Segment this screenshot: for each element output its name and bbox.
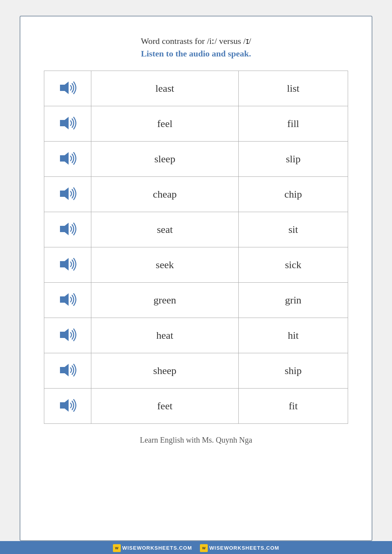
wm-logo-right: W [200, 544, 208, 552]
header: Word contrasts for /iː/ versus /ɪ/ Liste… [141, 36, 251, 59]
svg-marker-3 [60, 187, 69, 200]
short-word-2: slip [238, 142, 348, 177]
long-word-3: cheap [91, 177, 239, 212]
short-word-7: hit [238, 318, 348, 353]
svg-marker-0 [60, 82, 69, 94]
speaker-icon-4[interactable] [58, 220, 78, 239]
long-word-6: green [91, 283, 239, 318]
speaker-icon-2[interactable] [58, 150, 78, 169]
long-word-2: sleep [91, 142, 239, 177]
svg-marker-2 [60, 152, 69, 165]
svg-marker-7 [60, 329, 69, 341]
wm-logo-left: W [113, 544, 121, 552]
header-subtitle: Listen to the audio and speak. [141, 49, 251, 59]
long-word-4: seat [91, 212, 239, 247]
long-word-7: heat [91, 318, 239, 353]
short-word-3: chip [238, 177, 348, 212]
short-word-0: list [238, 71, 348, 106]
icon-cell-1[interactable] [44, 106, 91, 142]
icon-cell-4[interactable] [44, 212, 91, 247]
icon-cell-0[interactable] [44, 71, 91, 106]
speaker-icon-6[interactable] [58, 291, 78, 310]
short-word-6: grin [238, 283, 348, 318]
speaker-icon-3[interactable] [58, 185, 78, 204]
long-word-0: least [91, 71, 239, 106]
footer-text: Learn English with Ms. Quynh Nga [140, 436, 252, 445]
long-word-8: sheep [91, 353, 239, 389]
icon-cell-7[interactable] [44, 318, 91, 353]
short-word-1: fill [238, 106, 348, 142]
svg-marker-5 [60, 258, 69, 271]
svg-marker-1 [60, 117, 69, 129]
header-title: Word contrasts for /iː/ versus /ɪ/ [141, 36, 251, 46]
speaker-icon-1[interactable] [58, 114, 78, 133]
short-word-9: fit [238, 389, 348, 424]
speaker-icon-0[interactable] [58, 79, 78, 98]
speaker-icon-8[interactable] [58, 361, 78, 380]
icon-cell-6[interactable] [44, 283, 91, 318]
icon-cell-9[interactable] [44, 389, 91, 424]
short-word-8: ship [238, 353, 348, 389]
svg-marker-4 [60, 223, 69, 235]
speaker-icon-9[interactable] [58, 397, 78, 416]
icon-cell-8[interactable] [44, 353, 91, 389]
speaker-icon-5[interactable] [58, 256, 78, 274]
long-word-5: seek [91, 247, 239, 283]
short-word-4: sit [238, 212, 348, 247]
short-word-5: sick [238, 247, 348, 283]
watermark-bar: W WISEWORKSHEETS.COM W WISEWORKSHEETS.CO… [0, 541, 392, 554]
icon-cell-3[interactable] [44, 177, 91, 212]
watermark-left: WISEWORKSHEETS.COM [122, 545, 192, 551]
speaker-icon-7[interactable] [58, 326, 78, 345]
svg-marker-9 [60, 399, 69, 412]
long-word-9: feet [91, 389, 239, 424]
svg-marker-6 [60, 293, 69, 306]
word-table: leastlist feelfill [44, 71, 348, 424]
page-container: Word contrasts for /iː/ versus /ɪ/ Liste… [20, 16, 372, 541]
long-word-1: feel [91, 106, 239, 142]
svg-marker-8 [60, 364, 69, 376]
icon-cell-2[interactable] [44, 142, 91, 177]
watermark-right: WISEWORKSHEETS.COM [209, 545, 279, 551]
icon-cell-5[interactable] [44, 247, 91, 283]
